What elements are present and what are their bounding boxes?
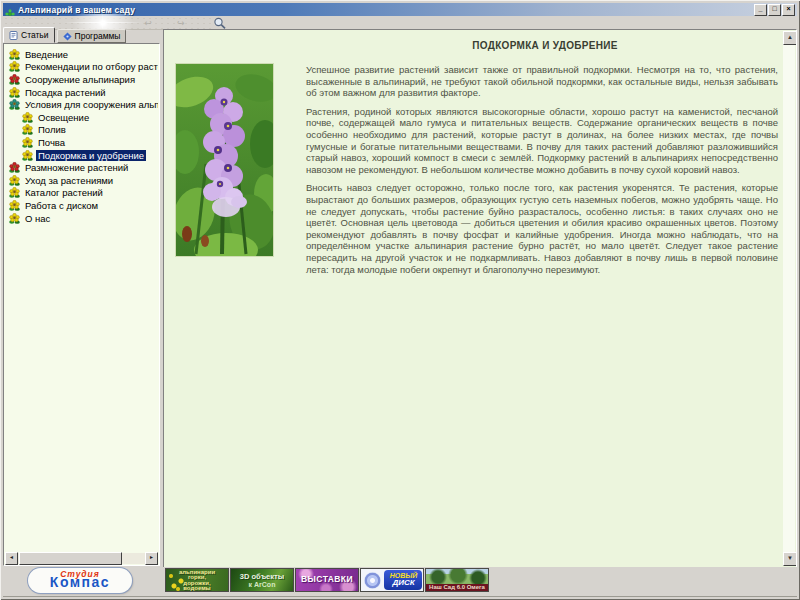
tab-bar: Статьи Программы bbox=[3, 28, 126, 43]
paragraph: Растения, родиной которых являются высок… bbox=[306, 106, 778, 176]
flower-icon bbox=[9, 175, 20, 186]
tree-item-3[interactable]: Сооружение альпинария bbox=[5, 73, 158, 86]
banner-line: ДИСК bbox=[386, 579, 421, 587]
maximize-button[interactable]: □ bbox=[768, 4, 781, 16]
flower-icon bbox=[22, 124, 33, 135]
flower-icon bbox=[9, 49, 20, 60]
flower-icon bbox=[22, 137, 33, 148]
kompas-studio-logo[interactable]: Студия Компас bbox=[28, 568, 132, 593]
tree-item-label: О нас bbox=[23, 213, 52, 224]
tree-scrollbar-thumb[interactable] bbox=[19, 552, 122, 565]
tab-programs-label: Программы bbox=[75, 31, 121, 41]
content-vertical-scrollbar[interactable]: ▲ ▼ bbox=[783, 31, 795, 566]
flower-icon bbox=[9, 74, 20, 85]
programs-app-icon bbox=[63, 32, 72, 41]
content-panel: ПОДКОРМКА И УДОБРЕНИЕ bbox=[163, 29, 797, 568]
tab-programs[interactable]: Программы bbox=[57, 29, 127, 43]
flower-icon bbox=[22, 150, 33, 161]
tree-item-11[interactable]: Уход за растениями bbox=[5, 174, 158, 187]
banner-line: водоемы bbox=[166, 586, 228, 591]
tree-item-label: Полив bbox=[36, 124, 68, 135]
tree-item-label: Размножение растений bbox=[23, 162, 130, 173]
water-hyacinth-photo bbox=[175, 63, 274, 257]
tab-articles[interactable]: Статьи bbox=[3, 27, 55, 43]
back-icon: ↩ bbox=[141, 17, 155, 29]
banner-novy-disk[interactable]: НОВЫЙДИСК bbox=[360, 568, 424, 592]
flower-icon bbox=[22, 112, 33, 123]
banner-line: к ArCon bbox=[231, 581, 293, 588]
tree-item-label: Условия для сооружения альпинария bbox=[23, 99, 158, 110]
window-title: Альпинарий в вашем саду bbox=[18, 5, 135, 15]
close-button[interactable]: × bbox=[782, 4, 795, 16]
banner-line: 3D объекты bbox=[231, 572, 293, 581]
tree-item-label: Рекомендации по отбору растений для bbox=[23, 61, 158, 72]
tree-item-14[interactable]: О нас bbox=[5, 212, 158, 225]
banner-arcon[interactable]: 3D объектык ArCon bbox=[230, 568, 294, 592]
flower-icon bbox=[9, 200, 20, 211]
scroll-right-icon[interactable]: ► bbox=[145, 552, 158, 565]
footer-bar: Студия Компас альпинариигорки,дорожки,во… bbox=[3, 567, 797, 597]
application-window: Альпинарий в вашем саду _ □ × ↩ ↪ bbox=[0, 0, 800, 600]
tree-item-13[interactable]: Работа с диском bbox=[5, 199, 158, 212]
window-controls: _ □ × bbox=[754, 4, 795, 16]
tree-item-4[interactable]: Посадка растений bbox=[5, 86, 158, 99]
app-icon bbox=[5, 5, 15, 15]
tree-item-2[interactable]: Рекомендации по отбору растений для bbox=[5, 61, 158, 74]
scroll-up-icon[interactable]: ▲ bbox=[783, 31, 797, 45]
tree-item-label: Посадка растений bbox=[23, 87, 108, 98]
banner-strip: альпинариигорки,дорожки,водоемы3D объект… bbox=[165, 568, 489, 592]
banner-vystavki[interactable]: ВЫСТАВКИ bbox=[295, 568, 359, 592]
sidebar-panel: Введение Рекомендации по отбору растений… bbox=[3, 43, 160, 566]
tree-item-label: Уход за растениями bbox=[23, 175, 115, 186]
flower-icon bbox=[9, 99, 20, 110]
logo-line-studio: Студия bbox=[28, 570, 132, 578]
tree-item-12[interactable]: Каталог растений bbox=[5, 187, 158, 200]
minimize-button[interactable]: _ bbox=[754, 4, 767, 16]
articles-book-icon bbox=[9, 31, 18, 40]
flower-icon bbox=[9, 187, 20, 198]
paragraph: Вносить навоз следует осторожно, только … bbox=[306, 182, 778, 275]
tree-item-label: Подкормка и удобрение bbox=[36, 150, 146, 161]
scroll-down-icon[interactable]: ▼ bbox=[783, 552, 797, 566]
tree-item-7[interactable]: Полив bbox=[5, 124, 158, 137]
banner-line: ВЫСТАВКИ bbox=[296, 569, 358, 590]
flower-icon bbox=[9, 87, 20, 98]
banner-line: Наш Сад 6.0 Омега bbox=[426, 584, 488, 591]
article-body: Успешное развитие растений зависит также… bbox=[306, 64, 778, 275]
tree-item-label: Почва bbox=[36, 137, 67, 148]
flower-icon bbox=[9, 213, 20, 224]
tree-item-6[interactable]: Освещение bbox=[5, 111, 158, 124]
tree-item-label: Сооружение альпинария bbox=[23, 74, 137, 85]
tree-item-10[interactable]: Размножение растений bbox=[5, 161, 158, 174]
tree-item-label: Освещение bbox=[36, 112, 91, 123]
page-title: ПОДКОРМКА И УДОБРЕНИЕ bbox=[314, 40, 776, 51]
tab-articles-label: Статьи bbox=[21, 30, 49, 40]
tree-item-9[interactable]: Подкормка и удобрение bbox=[5, 149, 158, 162]
tree-item-label: Работа с диском bbox=[23, 200, 100, 211]
banner-nashsad[interactable]: Наш Сад 6.0 Омега bbox=[425, 568, 489, 592]
article-tree: Введение Рекомендации по отбору растений… bbox=[5, 45, 158, 552]
flower-icon bbox=[9, 162, 20, 173]
tree-horizontal-scrollbar[interactable]: ◄ ► bbox=[5, 553, 158, 564]
tree-item-1[interactable]: Введение bbox=[5, 48, 158, 61]
tree-item-8[interactable]: Почва bbox=[5, 136, 158, 149]
paragraph: Успешное развитие растений зависит также… bbox=[306, 64, 778, 99]
banner-alpinarii[interactable]: альпинариигорки,дорожки,водоемы bbox=[165, 568, 229, 592]
tree-item-label: Введение bbox=[23, 49, 70, 60]
scroll-left-icon[interactable]: ◄ bbox=[5, 552, 18, 565]
tree-item-label: Каталог растений bbox=[23, 187, 105, 198]
flower-icon bbox=[9, 61, 20, 72]
search-icon[interactable] bbox=[213, 16, 227, 29]
tree-item-5[interactable]: Условия для сооружения альпинария bbox=[5, 98, 158, 111]
forward-icon: ↪ bbox=[174, 17, 188, 29]
